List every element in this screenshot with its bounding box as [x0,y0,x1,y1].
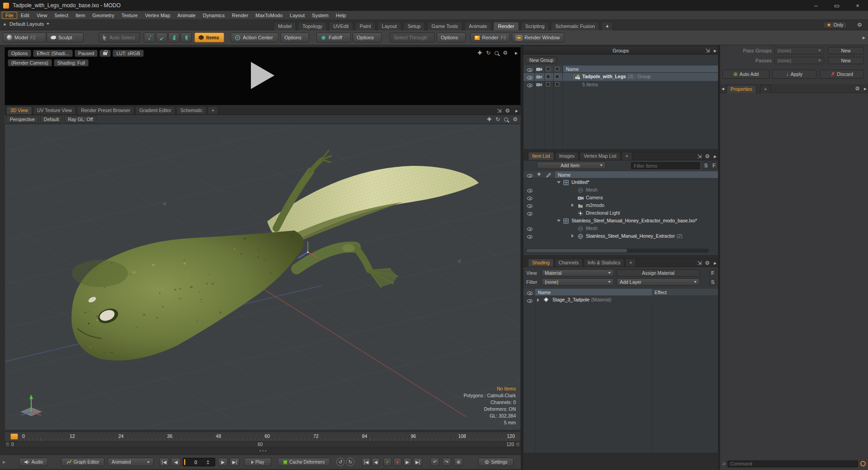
new-group-button[interactable]: New Group [526,56,557,64]
render-window-button[interactable]: Render Window [512,33,564,42]
item-label[interactable]: Untitled* [571,179,590,185]
tab-info-statistics[interactable]: Info & Statistics [584,258,624,267]
layout-tab-render[interactable]: Render [493,22,519,31]
chevron-right-icon[interactable]: ▸ [714,154,717,159]
chevron-right-icon[interactable]: ▸ [515,108,518,113]
filter-button[interactable]: F [711,162,717,169]
confirm-key-button[interactable]: ✓ [383,458,392,466]
view-preset-button[interactable]: Default [40,116,62,123]
layout-tab-scripting[interactable]: Scripting [521,22,549,31]
item-label[interactable]: Stainless_Steel_Manual_Honey_Extractor [586,233,675,239]
auto-key-channels-toggle[interactable]: ↻ [346,458,354,466]
zoom-icon[interactable] [504,118,508,122]
timeline-ruler[interactable]: 0 12 24 36 48 60 72 84 96 108 120 [5,432,521,442]
prev-keyframe-button[interactable]: |◀ [362,458,371,466]
visibility-column-icon[interactable] [527,174,533,178]
scrollbar-thumb[interactable] [526,249,627,252]
expand-panel-icon[interactable]: ⇲ [497,108,501,113]
horizontal-scrollbar[interactable] [525,249,709,253]
render-toggle-icon[interactable] [536,82,542,87]
visibility-eye-icon[interactable] [527,189,533,193]
vertices-mode-button[interactable] [144,33,155,42]
enable-checkbox[interactable] [546,82,550,86]
passes-dropdown[interactable]: (none) [774,57,824,64]
group-name[interactable]: Tadpole_with_Legs [582,74,626,79]
minimize-icon[interactable]: – [806,0,826,11]
edges-mode-button[interactable] [156,33,167,42]
graph-editor-button[interactable]: Graph Editor [61,458,104,466]
record-key-button[interactable]: ● [393,458,401,466]
tab-render-preset-browser[interactable]: Render Preset Browser [77,106,134,114]
orbit-icon[interactable]: ↻ [495,117,500,122]
step-forward-key-button[interactable]: ▶ [403,458,411,466]
layout-tab-game-tools[interactable]: Game Tools [427,22,463,31]
zoom-icon[interactable] [495,51,499,55]
list-item-scene[interactable]: Untitled* [524,179,718,186]
polygons-mode-button[interactable] [168,33,179,42]
tab-images[interactable]: Images [555,152,579,160]
range-start-handle[interactable] [5,442,9,447]
tab-uv-texture-view[interactable]: UV Texture View [33,106,76,114]
tab-properties[interactable]: Properties [726,85,756,93]
visibility-column-icon[interactable] [527,68,533,72]
pan-icon[interactable]: ✚ [477,50,482,56]
next-key-button[interactable]: ▶ [218,458,228,466]
layout-tab-animate[interactable]: Animate [464,22,491,31]
menu-system[interactable]: System [308,12,332,19]
menu-item[interactable]: Item [72,12,89,19]
list-item-mesh[interactable]: Stainless_Steel_Manual_Honey_Extractor (… [524,232,718,240]
only-filter-button[interactable]: ★ Only [823,21,847,28]
material-row[interactable]: Stage_3_Tadpole (Material) [524,296,718,304]
list-item-camera[interactable]: Camera [524,194,718,202]
add-tab-button[interactable]: + [760,85,771,93]
preview-camera-button[interactable]: (Render Camera) [8,59,52,66]
pan-icon[interactable]: ✚ [487,117,491,122]
falloff-options-button[interactable]: Options [353,33,382,42]
tab-vertex-map-list[interactable]: Vertex Map List [580,152,620,160]
timeline-grip[interactable] [258,450,268,452]
enable-checkbox[interactable] [546,75,550,79]
new-pass-group-button[interactable]: New [828,47,864,54]
layout-tab-paint[interactable]: Paint [355,22,375,31]
layout-tab-layout[interactable]: Layout [377,22,401,31]
model-mode-button[interactable]: Model F2 [3,33,46,42]
item-label[interactable]: Camera [586,195,603,200]
gear-icon[interactable]: ⚙ [705,260,710,266]
item-label[interactable]: Stainless_Steel_Manual_Honey_Extractor_m… [571,218,697,223]
menu-file[interactable]: File [2,12,17,19]
list-item-scene[interactable]: Stainless_Steel_Manual_Honey_Extractor_m… [524,217,718,225]
redo-key-button[interactable]: ↷ [442,458,451,466]
visibility-eye-icon[interactable] [527,212,533,216]
list-item-light[interactable]: Directional Light [524,209,718,217]
item-label[interactable]: Mesh [586,187,598,193]
range-end-handle[interactable] [516,442,520,447]
tab-gradient-editor[interactable]: Gradient Editor [135,106,175,114]
groups-panel-header[interactable]: Groups ⇲ ▸ [524,47,718,55]
gear-icon[interactable]: ⚙ [855,86,860,91]
add-tab-button[interactable]: + [625,258,636,267]
expand-panel-icon[interactable]: ⇲ [697,260,702,266]
orbit-icon[interactable]: ↻ [486,50,491,56]
expander-icon[interactable] [557,220,561,222]
edit-column-icon[interactable] [546,173,551,178]
menu-dynamics[interactable]: Dynamics [199,12,228,19]
layout-tab-uvedit[interactable]: UVEdit [329,22,353,31]
list-item-mesh[interactable]: Mesh [524,225,718,232]
preview-lut-button[interactable]: LUT: sRGB [113,50,144,57]
play-button[interactable]: Play [244,458,271,466]
auto-key-toggle[interactable]: ↺ [336,458,344,466]
add-key-button[interactable]: ⊕ [454,458,463,466]
menu-maxtomodo[interactable]: MaxToModo [252,12,286,19]
chevron-right-icon[interactable]: ▸ [515,50,518,56]
sculpt-mode-button[interactable]: Sculpt [47,33,84,42]
filter-items-input[interactable] [631,162,700,169]
item-label[interactable]: m2modo [586,202,604,208]
close-icon[interactable]: × [847,0,868,11]
add-layer-dropdown[interactable]: Add Layer [617,278,700,286]
menu-layout[interactable]: Layout [286,12,308,19]
menu-vertex-map[interactable]: Vertex Map [142,12,174,19]
material-name[interactable]: Stage_3_Tadpole [552,297,590,302]
menu-edit[interactable]: Edit [17,12,33,19]
s-button[interactable]: S [709,278,716,286]
pass-groups-dropdown[interactable]: (none) [774,47,824,54]
